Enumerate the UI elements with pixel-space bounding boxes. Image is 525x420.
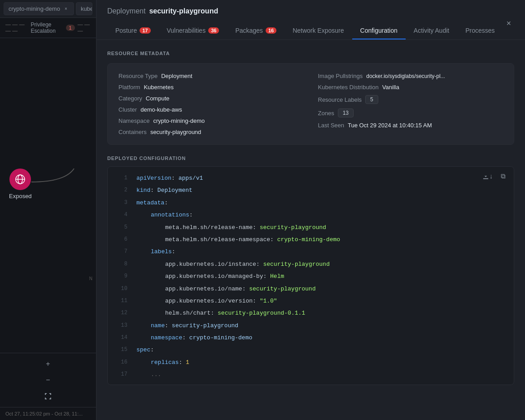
code-line-8: 8 app.kubernetes.io/instance: security-p… [108,258,514,270]
sidebar-tab-kube-label: kube [81,5,92,12]
metadata-zones: Zones 13 [318,108,503,117]
tab-pkg-badge: 16 [266,27,276,34]
metadata-key-namespace: Namespace [118,117,149,124]
code-line-1: 1 apiVersion: apps/v1 [108,172,514,184]
metadata-val-last-seen: Tue Oct 29 2024 at 10:40:15 AM [348,122,432,129]
code-line-17: 17 ... [108,368,514,381]
resource-metadata-title: RESOURCE METADATA [107,51,514,56]
copy-button[interactable]: ⧉ [498,171,508,182]
code-line-14: 14 namespace: crypto-mining-demo [108,332,514,344]
metadata-resource-labels: Resource Labels 5 [318,95,503,104]
sidebar-tab-crypto-label: crypto-mining-demo [9,5,60,12]
metadata-key-resource-labels: Resource Labels [318,96,362,103]
code-line-9: 9 app.kubernetes.io/managed-by: Helm [108,270,514,282]
metadata-key-platform: Platform [118,84,140,91]
close-panel-button[interactable]: × [503,17,515,30]
zoom-in-button[interactable]: + [42,358,54,370]
metadata-val-image: docker.io/sysdiglabs/security-pl... [366,73,445,79]
code-line-16: 16 replicas: 1 [108,356,514,368]
sidebar: crypto-mining-demo × kube — — — — — Priv… [0,0,96,420]
sidebar-tab-kube[interactable]: kube [76,2,92,15]
metadata-val-category: Compute [146,95,170,102]
panel-header: Deployment security-playground Posture 1… [96,0,525,40]
sidebar-tabs: crypto-mining-demo × kube [0,0,96,18]
tab-vuln-badge: 36 [208,27,219,34]
legacy-node: legacy-v... N [89,276,92,281]
code-line-10: 10 app.kubernetes.io/name: security-play… [108,283,514,295]
metadata-category: Category Compute [118,95,304,102]
connection-line [29,164,83,200]
metadata-val-containers: security-playground [150,129,201,135]
metadata-image-pullstrings: Image Pullstrings docker.io/sysdiglabs/s… [318,73,503,79]
metadata-last-seen: Last Seen Tue Oct 29 2024 at 10:40:15 AM [318,122,503,129]
code-line-11: 11 app.kubernetes.io/version: "1.0" [108,295,514,307]
tab-vulnerabilities[interactable]: Vulnerabilities 36 [159,22,228,39]
metadata-val-namespace: crypto-mining-demo [153,117,205,124]
metadata-grid: Resource Type Deployment Platform Kubern… [118,73,503,135]
time-range: Oct 27, 11:25:02 pm - Oct 28, 11:... [0,407,96,420]
code-line-7: 7 labels: [108,246,514,258]
code-toolbar: ↓ ⧉ [482,171,508,182]
code-line-3: 3 metadata: [108,197,514,209]
code-line-12: 12 helm.sh/chart: security-playground-0.… [108,307,514,319]
deployed-config-title: DEPLOYED CONFIGURATION [107,156,514,161]
metadata-key-cluster: Cluster [118,106,137,113]
zoom-out-button[interactable]: − [42,374,54,386]
privilege-row: — — — — — Privilege Escalation 1 — — — [0,18,96,38]
exposed-node[interactable]: Exposed [9,169,32,199]
metadata-right-col: Image Pullstrings docker.io/sysdiglabs/s… [318,73,503,135]
metadata-cluster: Cluster demo-kube-aws [118,106,304,113]
code-line-5: 5 meta.helm.sh/release-name: security-pl… [108,221,514,234]
metadata-key-image: Image Pullstrings [318,73,363,79]
download-button[interactable]: ↓ [482,171,493,182]
metadata-key-resource-type: Resource Type [118,73,158,79]
metadata-key-category: Category [118,95,142,102]
sidebar-tab-crypto[interactable]: crypto-mining-demo × [4,2,74,15]
panel-content: RESOURCE METADATA Resource Type Deployme… [96,40,525,420]
globe-icon [9,169,31,190]
code-block: ↓ ⧉ 1 apiVersion: apps/v1 2 kind: Deploy… [107,166,514,385]
tab-posture[interactable]: Posture 17 [107,22,159,39]
exposed-label: Exposed [9,193,32,199]
metadata-key-zones: Zones [318,110,334,117]
metadata-containers: Containers security-playground [118,129,304,135]
metadata-left-col: Resource Type Deployment Platform Kubern… [118,73,304,135]
metadata-val-resource-labels[interactable]: 5 [365,95,378,104]
metadata-val-cluster: demo-kube-aws [140,106,182,113]
time-range-label: Oct 27, 11:25:02 pm - Oct 28, 11:... [5,411,83,416]
metadata-key-containers: Containers [118,129,147,135]
metadata-key-last-seen: Last Seen [318,122,345,129]
privilege-label: Privilege Escalation [31,22,63,34]
tab-packages[interactable]: Packages 16 [227,22,284,39]
sidebar-controls: + − [0,353,96,407]
metadata-platform: Platform Kubernetes [118,84,304,91]
metadata-namespace: Namespace crypto-mining-demo [118,117,304,124]
fit-screen-button[interactable] [42,390,54,403]
metadata-val-k8s-dist: Vanilla [382,84,399,91]
code-line-2: 2 kind: Deployment [108,184,514,196]
metadata-val-resource-type: Deployment [161,73,192,79]
code-line-13: 13 name: security-playground [108,320,514,332]
sidebar-tab-crypto-close[interactable]: × [63,6,69,12]
code-lines: 1 apiVersion: apps/v1 2 kind: Deployment… [108,167,514,385]
tab-configuration[interactable]: Configuration [352,22,406,39]
main-panel: Deployment security-playground Posture 1… [96,0,525,420]
graph-area: Exposed legacy-v... N [0,38,96,353]
tab-activity-audit[interactable]: Activity Audit [406,22,457,39]
metadata-val-platform: Kubernetes [144,84,174,91]
tab-posture-badge: 17 [140,27,150,34]
tab-processes[interactable]: Processes [457,22,503,39]
tab-network-exposure[interactable]: Network Exposure [284,22,352,39]
metadata-val-zones[interactable]: 13 [338,108,354,117]
code-line-6: 6 meta.helm.sh/release-namespace: crypto… [108,234,514,246]
panel-title-prefix: Deployment [107,7,145,15]
code-line-4: 4 annotations: [108,209,514,221]
metadata-resource-type: Resource Type Deployment [118,73,304,79]
privilege-badge: 1 [66,25,75,31]
metadata-key-k8s-dist: Kubernetes Distribution [318,84,379,91]
metadata-k8s-dist: Kubernetes Distribution Vanilla [318,84,503,91]
tabs-row: Posture 17 Vulnerabilities 36 Packages 1… [107,22,503,39]
metadata-card: Resource Type Deployment Platform Kubern… [107,63,514,145]
legacy-sublabel: N [89,276,92,281]
panel-title-name: security-playground [149,7,218,15]
